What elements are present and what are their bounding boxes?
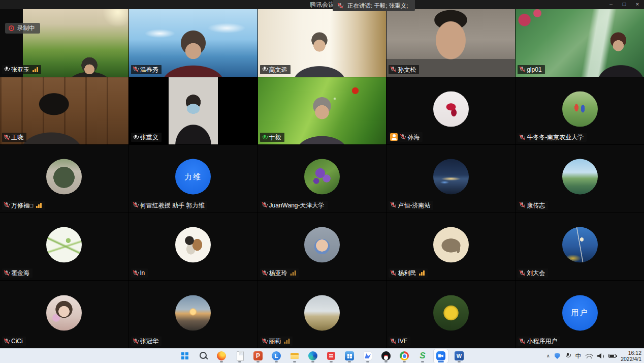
- running-indicator: [311, 361, 314, 362]
- participant-tile[interactable]: 丽莉: [258, 281, 387, 348]
- participant-label: 杨利民: [389, 268, 428, 278]
- taskbar-green-s-app-button[interactable]: [415, 349, 430, 363]
- titlebar: 腾讯会议 – □ ×: [0, 0, 644, 9]
- participant-tile[interactable]: 用户小程序用户: [516, 281, 644, 348]
- mic-muted-icon: [4, 134, 10, 141]
- running-indicator: [438, 361, 444, 362]
- taskbar-edge-button[interactable]: [306, 349, 320, 363]
- participant-tile[interactable]: 杨利民: [387, 213, 515, 281]
- participant-name: 张亚玉: [11, 66, 29, 73]
- window-controls: – □ ×: [604, 0, 644, 9]
- participant-name: 高文远: [269, 66, 287, 73]
- participant-tile[interactable]: 卢恒-济南站: [387, 145, 515, 213]
- taskbar-tencent-meeting-button[interactable]: [434, 349, 448, 363]
- close-button[interactable]: ×: [631, 0, 644, 9]
- mic-muted-icon: [4, 338, 10, 345]
- mic-muted-icon: [519, 338, 525, 345]
- participant-tile[interactable]: 牛冬冬-南京农业大学: [516, 77, 644, 145]
- participant-tile[interactable]: CiCi: [0, 281, 128, 348]
- red-app-icon: [326, 350, 337, 361]
- participant-label: 王晓: [2, 133, 26, 142]
- participant-avatar: [433, 295, 469, 330]
- participant-tile[interactable]: 杨亚玲: [258, 213, 387, 281]
- participant-avatar: [46, 227, 82, 263]
- taskbar-word-button[interactable]: [452, 349, 466, 363]
- participant-tile[interactable]: 王晓: [0, 77, 128, 145]
- taskbar-firefox-button[interactable]: [214, 349, 229, 363]
- participant-tile[interactable]: ln: [129, 213, 257, 281]
- participant-tile[interactable]: JuanWang-天津大学: [258, 145, 387, 213]
- taskbar-file-explorer-button[interactable]: [287, 349, 302, 363]
- participant-tile[interactable]: 张亚玉: [0, 9, 128, 77]
- taskbar-qq-button[interactable]: [379, 349, 393, 363]
- participant-name: CiCi: [11, 338, 23, 345]
- participant-label: 丽莉: [260, 337, 293, 346]
- participant-name: 小程序用户: [527, 338, 557, 345]
- record-icon: [9, 25, 14, 31]
- taskbar-bird-app-button[interactable]: [361, 349, 375, 363]
- volume-icon[interactable]: [597, 353, 604, 359]
- running-indicator: [275, 361, 278, 362]
- participant-label: 小程序用户: [518, 337, 560, 346]
- running-indicator: [421, 361, 424, 362]
- participant-label: 温春秀: [131, 65, 162, 74]
- participant-name: 牛冬冬-南京农业大学: [527, 134, 584, 141]
- mic-muted-icon: [262, 202, 268, 208]
- participant-avatar: [304, 227, 340, 263]
- participant-tile[interactable]: 孙海: [387, 77, 515, 145]
- taskbar-red-app-button[interactable]: [324, 349, 338, 363]
- taskbar-microsoft-store-button[interactable]: [342, 349, 357, 363]
- wifi-icon[interactable]: [586, 353, 593, 358]
- running-indicator: [256, 361, 260, 362]
- tray-clock[interactable]: 16:12 2022/4/1: [621, 350, 641, 362]
- participant-tile[interactable]: 于毅: [258, 77, 387, 145]
- running-indicator: [293, 361, 296, 362]
- participant-label: 张冠华: [131, 337, 162, 346]
- participant-tile[interactable]: 张重义: [129, 77, 257, 145]
- mic-muted-icon: [4, 270, 10, 277]
- mic-muted-icon: [262, 338, 268, 345]
- participant-avatar: 用户: [562, 295, 598, 330]
- participant-avatar: [304, 295, 340, 330]
- participant-tile[interactable]: 高文远: [258, 9, 387, 77]
- participant-tile[interactable]: 万修福□: [0, 145, 128, 213]
- hidden-icons-chevron-icon[interactable]: ∧: [546, 353, 550, 358]
- taskbar-powerpoint-button[interactable]: [251, 349, 265, 363]
- bird-app-icon: [362, 350, 373, 361]
- tray-microphone-icon[interactable]: [565, 353, 571, 359]
- participant-tile[interactable]: 力维何雷红教授 助手 郭力维: [129, 145, 257, 213]
- participant-label: 孙海: [389, 132, 423, 142]
- running-indicator: [348, 361, 351, 362]
- participant-tile[interactable]: 孙文松: [387, 9, 515, 77]
- mic-icon: [133, 134, 139, 141]
- document-icon: [234, 350, 245, 361]
- participant-tile[interactable]: 刘大会: [516, 213, 644, 281]
- participant-tile[interactable]: glp01: [516, 9, 644, 77]
- file-explorer-icon: [289, 350, 300, 361]
- network-signal-icon: [36, 203, 42, 208]
- green-s-app-icon: [417, 350, 428, 361]
- start-icon: [179, 350, 190, 361]
- running-indicator: [384, 361, 388, 362]
- participant-tile[interactable]: IVF: [387, 281, 515, 348]
- taskbar-clock-app-button[interactable]: [269, 349, 283, 363]
- participant-tile[interactable]: 霍金海: [0, 213, 128, 281]
- recording-badge[interactable]: 录制中: [5, 23, 40, 34]
- taskbar-search-button[interactable]: [196, 349, 210, 363]
- participant-label: 孙文松: [389, 65, 419, 74]
- participant-grid: 张亚玉温春秀高文远孙文松glp01王晓张重义于毅孙海牛冬冬-南京农业大学万修福□…: [0, 9, 644, 348]
- participant-tile[interactable]: 张冠华: [129, 281, 257, 348]
- taskbar-start-button[interactable]: [178, 349, 192, 363]
- maximize-button[interactable]: □: [618, 0, 631, 9]
- participant-tile[interactable]: 康传志: [516, 145, 644, 213]
- battery-icon[interactable]: [608, 354, 616, 358]
- input-method-indicator[interactable]: 中: [575, 352, 582, 360]
- security-shield-icon[interactable]: [555, 353, 560, 359]
- participant-name: 杨利民: [398, 269, 416, 277]
- powerpoint-icon: [252, 350, 264, 361]
- taskbar-chrome-button[interactable]: [397, 349, 411, 363]
- taskbar-document-button[interactable]: [233, 349, 247, 363]
- minimize-button[interactable]: –: [604, 0, 618, 9]
- recording-label: 录制中: [17, 24, 35, 32]
- participant-tile[interactable]: 温春秀: [129, 9, 257, 77]
